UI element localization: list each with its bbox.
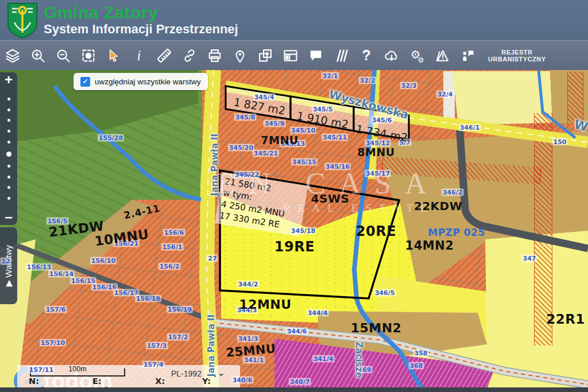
settings-button[interactable]: ⚙⚙ — [407, 45, 427, 67]
app-window: Gmina Zatory System Informacji Przestrze… — [0, 0, 588, 392]
report-issue-button[interactable] — [432, 45, 452, 67]
parcel-label: 150 — [552, 138, 568, 146]
stream — [55, 86, 201, 200]
zone-label: 8MNU — [357, 146, 394, 158]
parcel-label: 340/6 — [231, 377, 254, 384]
parcel-label: 157/2 — [167, 333, 189, 341]
parcel-label: 156/1 — [161, 243, 184, 251]
layers-toggle-label: uwzględniaj wszystkie warstwy — [95, 77, 201, 86]
svg-text:⚙: ⚙ — [417, 56, 424, 64]
select-area-button[interactable] — [79, 45, 98, 67]
parcel-label: 32/4 — [436, 91, 454, 98]
parcel-label: 345/11 — [322, 134, 348, 141]
print-button[interactable] — [205, 45, 225, 67]
parcel-label: 341/4 — [312, 355, 335, 363]
parcel-label: 346/2 — [442, 189, 464, 196]
urban-registry-button[interactable]: REJESTR URBANISTYCZNY — [488, 49, 546, 63]
parcel-label: 345/9 — [264, 120, 286, 127]
parcel-label: 12 — [0, 258, 11, 265]
measure-lines-button[interactable] — [331, 45, 351, 67]
zone-label: 4SWS — [311, 192, 350, 205]
parcel-label: 345/17 — [365, 170, 391, 177]
app-title: Gmina Zatory — [44, 3, 238, 22]
parcel-label: 155/28 — [98, 134, 124, 142]
zoom-out-control[interactable]: − — [5, 210, 13, 225]
parcel-label: 157/3 — [146, 342, 168, 350]
parcel-label: 344/6 — [286, 328, 308, 335]
parcel-label: 32/3 — [400, 82, 418, 90]
zone-label: 22KDW — [414, 199, 463, 213]
layers-toggle: ✓ uwzględniaj wszystkie warstwy — [74, 73, 208, 90]
bottom-edge — [0, 387, 588, 392]
measure-button[interactable] — [154, 45, 174, 67]
parcel-label: 347 — [522, 255, 537, 262]
parcel-label: 156/18 — [135, 295, 161, 302]
help-button[interactable]: ? — [357, 45, 376, 67]
map-canvas[interactable]: 21 580 m2w tym:4 250 m2 MNU17 330 m2 RE … — [0, 70, 588, 392]
zone-label: 19RE — [274, 239, 315, 255]
street-label: Zacisze — [354, 342, 364, 378]
parcel-label: 340/7 — [289, 378, 311, 386]
layers-panel-tab[interactable]: ▶ Warstwy — [0, 227, 17, 304]
parcel-label: 345/22 — [234, 171, 260, 178]
toolbar: i ? ⚙⚙ REJESTR URBANISTYCZNY — [0, 40, 588, 72]
zone-label: 7MNU — [261, 134, 298, 146]
parcel-label: 346/5 — [374, 289, 396, 297]
parcel-label: 341/3 — [237, 335, 260, 343]
svg-text:?: ? — [362, 48, 371, 63]
parcel-label: 368 — [409, 362, 424, 370]
duplicate-view-button[interactable] — [256, 45, 275, 67]
app-subtitle: System Informacji Przestrzennej — [44, 22, 238, 37]
zone-label: 20RE — [356, 223, 396, 239]
locate-button[interactable] — [230, 45, 250, 67]
parcel-label: 156/10 — [90, 257, 117, 265]
info-button[interactable]: i — [129, 45, 149, 67]
street-label: Jana Pawła II — [206, 315, 216, 377]
checkbox-checked[interactable]: ✓ — [80, 77, 90, 87]
layers-panel-tab-label: ▶ Warstwy — [3, 245, 14, 287]
feedback-button[interactable] — [458, 45, 477, 67]
parcel-label: 27 — [207, 255, 218, 262]
zone-label: 22R1 — [546, 312, 585, 327]
zoom-in-control[interactable]: + — [5, 72, 13, 87]
parcel-label: 156/2 — [158, 263, 181, 270]
download-button[interactable] — [382, 45, 401, 67]
registry-label-line1: REJESTR — [488, 49, 546, 56]
parcel-label: 345/10 — [290, 127, 316, 134]
parcel-label: 157/4 — [142, 361, 165, 368]
parcel-label: 345/20 — [228, 144, 254, 152]
header: Gmina Zatory System Informacji Przestrze… — [0, 0, 588, 40]
layers-button[interactable] — [3, 45, 22, 67]
municipality-coat-of-arms — [7, 3, 38, 38]
parcel-label: 358 — [413, 350, 429, 357]
parcel-label: 157/6 — [45, 306, 67, 313]
link-button[interactable] — [180, 45, 199, 67]
zoom-out-button[interactable] — [53, 45, 73, 67]
layout-button[interactable] — [281, 45, 300, 67]
zoom-in-button[interactable] — [28, 45, 48, 67]
street-label: Jana Pawła II — [210, 134, 220, 196]
parcel-label: 156/13 — [26, 263, 52, 271]
zoom-control: + − — [0, 72, 17, 225]
parcel-label: 157/11 — [28, 366, 55, 374]
pointer-tool-button[interactable] — [104, 45, 123, 67]
parcel-label: 345/15 — [291, 158, 318, 166]
parcel-label: 345/16 — [324, 163, 351, 170]
parcel-label: 32/1 — [322, 72, 339, 80]
parcel-label: 156/6 — [163, 229, 185, 236]
parcel-label: 32/2 — [359, 77, 377, 84]
stream — [539, 70, 575, 138]
zone-label: 14MN2 — [405, 239, 454, 253]
registry-label-line2: URBANISTYCZNY — [488, 56, 546, 63]
zone-label: 15MN2 — [351, 321, 402, 335]
parcel-label: 346/1 — [459, 124, 481, 131]
parcel-label: 156/19 — [167, 306, 193, 313]
zoom-slider[interactable] — [6, 87, 11, 210]
zone-label: MPZP 025 — [428, 227, 485, 238]
parcel-label: 345/18 — [290, 227, 316, 235]
parcel-label: 344/4 — [307, 309, 329, 317]
parcel-label: 157/10 — [40, 339, 66, 347]
comment-button[interactable] — [306, 45, 326, 67]
parcel-label: 345/8 — [234, 114, 257, 121]
parcel-label: 345/21 — [253, 150, 279, 157]
